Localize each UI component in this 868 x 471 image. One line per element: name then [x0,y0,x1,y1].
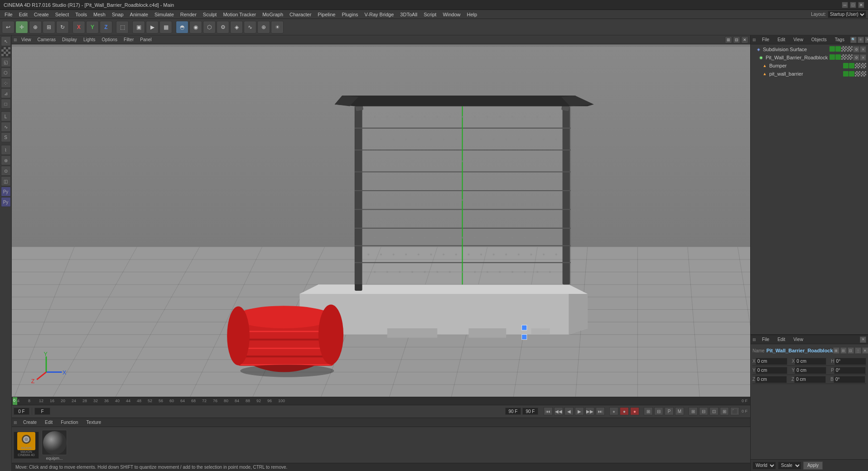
tool-curve[interactable]: ∿ [1,122,11,132]
om-check5-icon[interactable] [855,63,860,68]
tool-python2[interactable]: Py [1,197,11,207]
deformer-button[interactable]: ⬡ [203,21,216,34]
tool-points[interactable]: ·:· [1,78,11,88]
om-tags-menu[interactable]: Tags [833,37,847,43]
scene-button[interactable]: ◈ [230,21,243,34]
menu-3dtoall[interactable]: 3DToAll [397,11,420,18]
undo-button[interactable]: ↩ [2,21,14,34]
record-all-button[interactable]: ● [630,407,639,415]
autokey-button[interactable]: ● [620,407,629,415]
om-edit-menu[interactable]: Edit [775,37,787,43]
menu-vray[interactable]: V-Ray Bridge [362,11,397,18]
vp-float[interactable]: ⊟ [733,36,740,43]
om-filter-icon[interactable]: ≡ [858,37,864,43]
am-icon3[interactable]: ⊡ [848,347,854,354]
viewport-container[interactable]: ⊞ View Cameras Display Lights Options Fi… [12,35,750,397]
menu-simulate[interactable]: Simulate [152,11,177,18]
vp-options-menu[interactable]: Options [100,37,120,43]
frame-input-2[interactable] [34,408,50,415]
material-item[interactable]: equipm... [42,430,67,461]
am-x-scale-input[interactable] [795,358,826,365]
om-settings2-icon[interactable]: ⚙ [853,54,859,61]
menu-plugins[interactable]: Plugins [339,11,361,18]
menu-tools[interactable]: Tools [72,11,90,18]
om-close2-icon[interactable]: ✕ [860,46,866,53]
menu-character[interactable]: Character [287,11,314,18]
spline-button[interactable]: ∿ [244,21,256,34]
tool-python[interactable]: Py [1,187,11,197]
am-y-pos-input[interactable] [756,367,787,374]
mat-texture-menu[interactable]: Texture [84,419,104,425]
mat-edit-menu[interactable]: Edit [43,419,55,425]
menu-create[interactable]: Create [31,11,52,18]
material-swatch[interactable] [42,430,67,455]
current-frame-input[interactable] [14,408,29,415]
tl-extra4[interactable]: ⊞ [720,407,729,415]
menu-pipeline[interactable]: Pipeline [315,11,338,18]
pingpong-button[interactable]: ⊟ [654,407,663,415]
menu-sculpt[interactable]: Sculpt [200,11,220,18]
close-button[interactable]: ✕ [858,2,864,8]
om-objects-menu[interactable]: Objects [809,37,829,43]
redo-button[interactable]: ✛ [15,21,28,34]
menu-snap[interactable]: Snap [109,11,126,18]
tl-extra3[interactable]: ⊡ [709,407,719,415]
generator-button[interactable]: ⚙ [217,21,229,34]
loop-button[interactable]: ⊞ [644,407,653,415]
tl-extra5[interactable]: ⬛ [730,407,739,415]
am-b-rot-input[interactable] [834,376,865,383]
tool-s[interactable]: S [1,132,11,142]
vp-move-icon[interactable]: ⊞ [14,38,17,42]
om-file-menu[interactable]: File [760,37,772,43]
menu-mograph[interactable]: MoGraph [260,11,286,18]
tool-edges[interactable]: ⊿ [1,88,11,98]
om-view-menu[interactable]: View [791,37,805,43]
tool-spline[interactable]: ⌇ [1,145,11,155]
vp-panel-menu[interactable]: Panel [138,37,154,43]
om-check6-icon[interactable] [861,63,866,68]
menu-mesh[interactable]: Mesh [91,11,108,18]
am-p-rot-input[interactable] [834,367,866,374]
om-close-icon[interactable]: ✕ [865,37,868,43]
move-button[interactable]: ⊕ [29,21,42,34]
play-reverse-button[interactable]: ◀ [564,407,574,415]
menu-help[interactable]: Help [464,11,480,18]
om-render4-icon[interactable] [849,71,854,77]
menu-render[interactable]: Render [178,11,199,18]
tool-brush[interactable]: ⊛ [1,155,11,165]
om-check8-icon[interactable] [861,71,866,77]
render-region-button[interactable]: ▣ [132,21,145,34]
om-check7-icon[interactable] [855,71,860,77]
om-check-icon2[interactable] [847,46,853,52]
prev-keyframe-button[interactable]: ◀◀ [554,407,563,415]
om-check4-icon[interactable] [847,54,853,60]
menu-animate[interactable]: Animate [127,11,151,18]
om-search-icon[interactable]: 🔍 [850,37,857,43]
menu-script[interactable]: Script [421,11,439,18]
am-edit-menu[interactable]: Edit [775,336,787,342]
goto-end-button[interactable]: ⏭ [596,407,605,415]
tool-pointer[interactable]: ↖ [1,36,11,46]
menu-edit[interactable]: Edit [16,11,30,18]
scale-select[interactable]: Scale [778,461,801,470]
tool-polygon[interactable]: □ [1,99,11,109]
menu-motiontracker[interactable]: Motion Tracker [220,11,259,18]
vp-close[interactable]: ✕ [741,36,748,43]
am-icon5[interactable]: ✕ [862,347,868,354]
tl-extra2[interactable]: ⊟ [699,407,708,415]
om-item-pitwallbarrier2[interactable]: ▲ pit_wall_barrier [752,70,867,78]
am-icon2[interactable]: ⊟ [840,347,847,354]
om-check3-icon[interactable] [841,54,847,60]
layout-select[interactable]: Startup (User) [828,11,866,18]
vp-filter-menu[interactable]: Filter [121,37,136,43]
tl-extra1[interactable]: ⊞ [689,407,698,415]
om-render2-icon[interactable] [835,54,841,60]
om-check-icon1[interactable] [841,46,847,52]
motion-button[interactable]: M [675,407,684,415]
world-select[interactable]: World [752,461,776,470]
next-keyframe-button[interactable]: ▶▶ [585,407,594,415]
tool-texture[interactable]: ◫ [1,176,11,186]
om-item-subdivision[interactable]: ◈ Subdivision Surface ⚙ ✕ [752,45,867,53]
start-frame-input[interactable] [505,408,521,415]
vp-display-menu[interactable]: Display [60,37,79,43]
